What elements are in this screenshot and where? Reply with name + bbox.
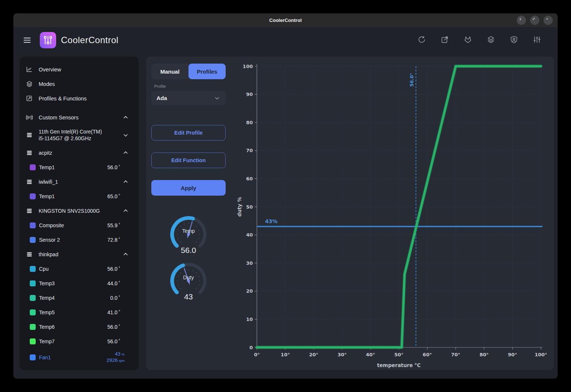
sensor-name: Cpu — [39, 266, 49, 272]
sensor-name: Temp4 — [39, 295, 55, 301]
device-name: acpitz — [39, 150, 115, 156]
degree-sign: ° — [119, 164, 120, 168]
sensor-color-swatch — [30, 309, 36, 315]
x-tick-label: 10° — [281, 352, 290, 357]
tab-profiles[interactable]: Profiles — [188, 64, 226, 79]
chevron-down-icon — [214, 95, 220, 102]
y-tick-label: 70 — [246, 148, 253, 153]
device-name: 11th Gen Intel(R) Core(TM)i5-1145G7 @ 2.… — [39, 128, 115, 142]
profile-field-label: Profile — [154, 84, 166, 89]
chevron-up-icon[interactable] — [122, 114, 129, 121]
sensor-row[interactable]: Temp541.0° — [20, 305, 139, 319]
sensor-value: 56.0° — [107, 266, 120, 272]
chevron-down-icon[interactable] — [122, 132, 129, 138]
close-button[interactable] — [543, 16, 553, 25]
x-tick-label: 50° — [394, 352, 404, 357]
sensor-row[interactable]: Temp156.0° — [20, 160, 139, 174]
sensor-value: 65.0° — [107, 193, 120, 199]
y-axis-label: duty % — [236, 197, 242, 216]
gitlab-button[interactable] — [460, 33, 475, 48]
profile-select[interactable]: Ada — [151, 91, 226, 105]
sensor-row[interactable]: Cpu56.0° — [20, 261, 139, 276]
sensor-row[interactable]: Temp756.0° — [20, 334, 139, 348]
x-axis-label: temperature °C — [377, 362, 421, 368]
sensor-color-swatch — [30, 164, 36, 170]
settings-button[interactable] — [529, 33, 544, 48]
svg-text:F: F — [28, 115, 30, 119]
sidebar-item-overview[interactable]: Overview — [20, 62, 139, 77]
function-sensor-icon: F — [25, 113, 33, 122]
degree-sign: ° — [119, 309, 120, 314]
chart-line-icon — [25, 65, 33, 74]
y-tick-label: 30 — [246, 260, 253, 266]
sensor-color-swatch — [30, 237, 36, 243]
chevron-up-icon[interactable] — [122, 251, 129, 258]
sensor-name: Composite — [39, 222, 64, 228]
sidebar-item-profiles-functions[interactable]: Profiles & Functions — [20, 91, 139, 106]
sensor-value: 55.9° — [107, 222, 120, 228]
close-icon — [546, 17, 551, 23]
sidebar: OverviewModesProfiles & FunctionsFCustom… — [20, 57, 139, 370]
sensor-row[interactable]: Temp344.0° — [20, 276, 139, 290]
chevron-up-icon[interactable] — [122, 150, 129, 156]
profile-curve-chart[interactable]: 0°10°20°30°40°50°60°70°80°90°100°0102030… — [235, 58, 552, 369]
sensor-value: 44.0° — [107, 280, 120, 286]
sensor-row[interactable]: Fan143%2926rpm — [20, 348, 139, 366]
edit-profile-button[interactable]: Edit Profile — [151, 125, 226, 141]
device-name: iwlwifi_1 — [39, 179, 115, 185]
gauge-value: 56.0 — [181, 246, 196, 254]
device-row[interactable]: iwlwifi_1 — [20, 174, 139, 189]
gauge-value: 43 — [184, 292, 193, 301]
hamburger-menu-icon[interactable] — [22, 35, 32, 45]
y-tick-label: 80 — [246, 120, 253, 125]
fan-reading-unit: rpm — [119, 359, 125, 363]
degree-sign: ° — [119, 280, 120, 285]
sensor-value: 0.0° — [110, 295, 120, 301]
sidebar-item-modes[interactable]: Modes — [20, 77, 139, 91]
chip-icon — [25, 178, 33, 186]
maximize-button[interactable] — [530, 16, 539, 25]
sensor-color-swatch — [30, 280, 36, 286]
degree-sign: ° — [119, 338, 120, 343]
chevron-up-icon[interactable] — [122, 208, 129, 214]
chip-icon — [25, 131, 33, 139]
sensor-row[interactable]: Temp656.0° — [20, 319, 139, 334]
maximize-icon — [532, 17, 537, 23]
y-tick-label: 50 — [246, 204, 253, 210]
x-tick-label: 20° — [309, 352, 319, 357]
tab-manual[interactable]: Manual — [151, 64, 188, 79]
layers-icon — [487, 35, 495, 45]
sensor-color-swatch — [30, 295, 36, 301]
sensor-row[interactable]: Sensor 272.8° — [20, 232, 139, 247]
fan-reading: 43% — [106, 351, 125, 357]
chevron-up-icon[interactable] — [122, 179, 129, 185]
sensor-row[interactable]: Temp40.0° — [20, 290, 139, 305]
minimize-to-tray-button[interactable] — [517, 16, 526, 25]
sensor-row[interactable]: Composite55.9° — [20, 218, 139, 232]
modes-quick-button[interactable] — [483, 33, 498, 48]
sidebar-item-custom-sensors[interactable]: FCustom Sensors — [20, 110, 139, 125]
device-row[interactable]: 11th Gen Intel(R) Core(TM)i5-1145G7 @ 2.… — [20, 125, 139, 145]
sensor-name: Temp1 — [39, 164, 55, 170]
device-row[interactable]: acpitz — [20, 145, 139, 160]
device-name: thinkpad — [39, 251, 115, 258]
sensor-color-swatch — [30, 193, 36, 199]
refresh-button[interactable] — [414, 33, 429, 48]
edit-function-button[interactable]: Edit Function — [151, 152, 226, 168]
apply-button[interactable]: Apply — [151, 180, 226, 196]
sensor-color-swatch — [30, 354, 36, 360]
device-row[interactable]: KINGSTON SNV2S1000G — [20, 203, 139, 218]
x-tick-label: 80° — [480, 352, 489, 357]
sensor-name: Fan1 — [39, 354, 51, 360]
sensor-color-swatch — [30, 266, 36, 272]
degree-sign: ° — [119, 222, 120, 226]
sensor-name: Temp5 — [39, 309, 55, 315]
sensor-row[interactable]: Temp165.0° — [20, 189, 139, 203]
access-button[interactable] — [506, 33, 521, 48]
chip-icon — [25, 207, 33, 215]
open-in-browser-button[interactable] — [437, 33, 452, 48]
device-row[interactable]: thinkpad — [20, 247, 139, 261]
sensor-value: 72.8° — [107, 237, 120, 243]
y-tick-label: 90 — [246, 91, 253, 97]
degree-sign: ° — [119, 237, 120, 241]
